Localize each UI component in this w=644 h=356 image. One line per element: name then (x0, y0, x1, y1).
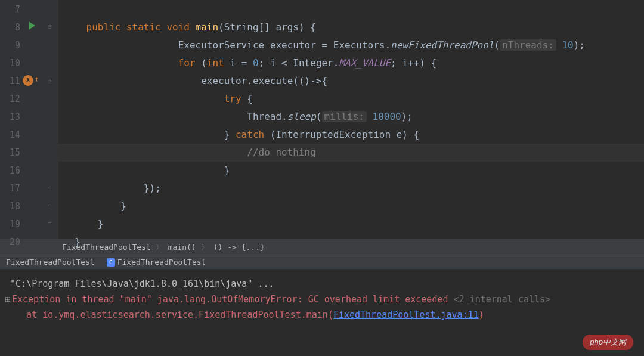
line-number: 10 (0, 54, 43, 72)
fold-column: ⊟ ⊟ ⌐ ⌐ ⌐ (43, 0, 58, 239)
line-number: 12 (0, 90, 43, 108)
editor-area: 7 8 9 10 11 12 13 14 15 16 17 18 19 20 λ… (0, 0, 644, 239)
line-number: 19 (0, 215, 43, 233)
code-line: ExecutorService executor = Executors.new… (58, 36, 644, 54)
console-output[interactable]: "C:\Program Files\Java\jdk1.8.0_161\bin\… (0, 269, 644, 330)
code-line: public static void main(String[] args) { (58, 18, 644, 36)
code-line-highlighted: //do nothing (58, 144, 644, 162)
code-line: } catch (InterruptedException e) { (58, 126, 644, 144)
code-line: executor.execute(()->{ (58, 72, 644, 90)
fold-end-icon[interactable]: ⌐ (45, 183, 54, 191)
line-number: 13 (0, 108, 43, 126)
code-line: try { (58, 90, 644, 108)
watermark-badge: php中文网 (583, 335, 633, 350)
expand-icon[interactable]: ⊞ (5, 292, 12, 307)
line-number: 20 (0, 233, 43, 251)
run-tabs: FixedThreadPoolTest CFixedThreadPoolTest (0, 255, 644, 269)
code-line: } (58, 233, 644, 251)
fold-end-icon[interactable]: ⌐ (45, 219, 54, 227)
code-line: }); (58, 179, 644, 197)
line-number: 17 (0, 179, 43, 197)
fold-toggle-icon[interactable]: ⊟ (45, 23, 54, 31)
fold-toggle-icon[interactable]: ⊟ (45, 76, 54, 85)
line-number: 16 (0, 162, 43, 179)
console-stack-frame: at io.ymq.elasticsearch.service.FixedThr… (5, 307, 639, 323)
run-gutter-icon[interactable] (29, 21, 35, 30)
line-number: 8 (0, 18, 43, 36)
line-number: 14 (0, 126, 43, 144)
run-tab[interactable]: CFixedThreadPoolTest (101, 258, 212, 267)
line-number: 18 (0, 197, 43, 215)
recursive-arrow-icon: ↑ (34, 74, 39, 83)
code-line: } (58, 162, 644, 179)
lambda-gutter-icon[interactable]: λ (23, 75, 33, 86)
console-exception: ⊞Exception in thread "main" java.lang.Ou… (5, 292, 639, 307)
line-number-gutter: 7 8 9 10 11 12 13 14 15 16 17 18 19 20 λ… (0, 0, 43, 239)
code-line (58, 1, 644, 18)
code-line: } (58, 215, 644, 233)
code-line: Thread.sleep(millis: 10000); (58, 108, 644, 126)
run-tab[interactable]: FixedThreadPoolTest (0, 258, 101, 267)
code-line: } (58, 197, 644, 215)
class-icon: C (107, 258, 115, 267)
line-number: 15 (0, 144, 43, 162)
code-line: for (int i = 0; i < Integer.MAX_VALUE; i… (58, 54, 644, 72)
code-content[interactable]: public static void main(String[] args) {… (58, 0, 644, 239)
source-link[interactable]: FixedThreadPoolTest.java:11 (333, 309, 479, 320)
console-command: "C:\Program Files\Java\jdk1.8.0_161\bin\… (5, 276, 639, 292)
line-number: 7 (0, 1, 43, 18)
fold-end-icon[interactable]: ⌐ (45, 201, 54, 209)
line-number: 9 (0, 36, 43, 54)
